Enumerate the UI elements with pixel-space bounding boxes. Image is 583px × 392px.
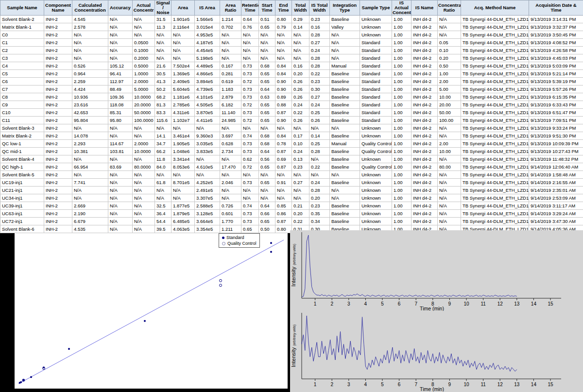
table-cell[interactable]: C5 xyxy=(0,70,44,78)
table-cell[interactable]: N/A xyxy=(241,124,259,132)
table-cell[interactable]: 2.190 xyxy=(72,210,108,218)
table-cell[interactable]: Unknown xyxy=(360,194,392,202)
table-cell[interactable]: TB Synergi 44-DLM_ETH_LZD1 xyxy=(461,23,529,31)
table-cell[interactable]: 0.68 xyxy=(259,140,275,148)
table-cell[interactable]: N/A xyxy=(108,179,133,187)
table-cell[interactable]: 1.00 xyxy=(392,163,412,171)
table-row[interactable]: Matrix Blank-1INH-22.578N/AN/A11.32.116e… xyxy=(0,23,583,31)
table-row[interactable]: C2INH-2N/AN/A0.1000N/AN/A4.454e5N/AN/AN/… xyxy=(0,47,583,54)
table-cell[interactable]: INH-2 xyxy=(44,117,72,124)
table-cell[interactable]: 1.770 xyxy=(220,218,241,225)
table-cell[interactable]: 0.91 xyxy=(275,179,292,187)
table-row[interactable]: QC high-1INH-266.95483.6980.000084.08.05… xyxy=(0,163,583,171)
table-cell[interactable]: 4.424 xyxy=(72,85,108,93)
table-cell[interactable]: 0.72 xyxy=(241,117,259,124)
table-cell[interactable]: 0.20 xyxy=(309,194,330,202)
table-cell[interactable]: 0.20 xyxy=(438,54,461,62)
table-cell[interactable]: 9/14/2019 2:53:09 AM xyxy=(529,194,583,202)
table-cell[interactable]: 0.28 xyxy=(309,187,330,194)
table-cell[interactable]: 54.4 xyxy=(155,218,171,225)
table-cell[interactable]: C3 xyxy=(0,54,44,62)
table-cell[interactable]: TB Synergi 44-DLM_ETH_LZD1 xyxy=(461,163,529,171)
table-cell[interactable]: TB Synergi 44-DLM_ETH_LZD1 xyxy=(461,155,529,163)
table-cell[interactable]: 0.27 xyxy=(309,93,330,101)
table-cell[interactable]: 6.679 xyxy=(72,218,108,225)
table-cell[interactable]: N/A xyxy=(438,194,461,202)
table-cell[interactable]: Standard xyxy=(360,39,392,47)
table-cell[interactable]: 14.1 xyxy=(155,132,171,140)
table-cell[interactable]: 0.65 xyxy=(259,101,275,109)
table-cell[interactable]: 0.14 xyxy=(292,23,309,31)
column-header[interactable]: Accuracy xyxy=(108,0,133,16)
table-cell[interactable]: N/A xyxy=(330,124,360,132)
table-cell[interactable]: N/A xyxy=(241,47,259,54)
table-cell[interactable]: 3.341e4 xyxy=(171,155,195,163)
column-header[interactable]: Sample Name xyxy=(0,0,44,16)
table-cell[interactable]: 1.00 xyxy=(392,54,412,62)
table-row[interactable]: UC39-inj1INH-22.669N/AN/A32.51.877e52.58… xyxy=(0,202,583,210)
table-cell[interactable]: Unknown xyxy=(360,16,392,23)
table-cell[interactable]: 0.1000 xyxy=(133,47,155,54)
table-cell[interactable]: 9/13/2019 5:57:26 PM xyxy=(529,85,583,93)
table-cell[interactable]: 2.046 xyxy=(220,179,241,187)
table-cell[interactable]: Unknown xyxy=(360,31,392,39)
table-cell[interactable]: UC63-inj1 xyxy=(0,210,44,218)
table-cell[interactable]: 0.23 xyxy=(292,163,309,171)
table-cell[interactable]: INH-2 xyxy=(44,62,72,70)
table-cell[interactable]: Baseline xyxy=(330,70,360,78)
table-cell[interactable]: 9/13/2019 5:21:14 PM xyxy=(529,70,583,78)
table-cell[interactable]: 0.726 xyxy=(220,202,241,210)
table-cell[interactable]: N/A xyxy=(438,171,461,179)
table-cell[interactable]: N/A xyxy=(171,171,195,179)
table-cell[interactable]: 8.053e6 xyxy=(171,163,195,171)
table-cell[interactable]: 9/14/2019 2:35:01 AM xyxy=(529,187,583,194)
table-cell[interactable]: N/A xyxy=(330,194,360,202)
table-cell[interactable]: 3.015e4 xyxy=(195,23,220,31)
table-cell[interactable]: 1.00 xyxy=(392,85,412,93)
table-cell[interactable]: TB Synergi 44-DLM_ETH_LZD1 xyxy=(461,218,529,225)
table-cell[interactable]: Solvent Blank-6 xyxy=(0,225,44,233)
table-cell[interactable]: INH-2 xyxy=(44,85,72,93)
table-cell[interactable]: Quality Control xyxy=(360,140,392,148)
table-cell[interactable]: INH d4-2 xyxy=(412,78,438,85)
table-cell[interactable]: INH d4-2 xyxy=(412,93,438,101)
table-cell[interactable]: N/A xyxy=(155,31,171,39)
table-cell[interactable]: N/A xyxy=(108,202,133,210)
table-cell[interactable]: N/A xyxy=(220,31,241,39)
table-cell[interactable]: 0.65 xyxy=(241,225,259,233)
table-cell[interactable]: 0.73 xyxy=(241,85,259,93)
table-cell[interactable]: 7.502e4 xyxy=(171,62,195,70)
table-cell[interactable]: N/A xyxy=(72,194,108,202)
table-cell[interactable]: N/A xyxy=(330,39,360,47)
table-cell[interactable]: TB Synergi 44-DLM_ETH_LZD1 xyxy=(461,210,529,218)
table-cell[interactable]: N/A xyxy=(133,155,155,163)
table-cell[interactable]: 85.31 xyxy=(108,109,133,117)
table-cell[interactable]: 0.628 xyxy=(220,140,241,148)
table-cell[interactable]: INH d4-2 xyxy=(412,85,438,93)
table-cell[interactable]: 0.65 xyxy=(259,70,275,78)
table-cell[interactable]: 0.87 xyxy=(275,163,292,171)
table-cell[interactable]: 0.24 xyxy=(309,101,330,109)
table-cell[interactable]: TB Synergi 44-DLM_ETH_LZD1 xyxy=(461,132,529,140)
table-cell[interactable]: 0.87 xyxy=(275,148,292,155)
table-cell[interactable]: 3.894e5 xyxy=(195,78,220,85)
table-row[interactable]: C8INH-210.936109.3610.000068.21.181e64.1… xyxy=(0,93,583,101)
table-cell[interactable]: Baseline xyxy=(330,210,360,218)
table-cell[interactable]: N/A xyxy=(241,171,259,179)
table-cell[interactable]: N/A xyxy=(438,202,461,210)
table-cell[interactable]: N/A xyxy=(259,31,275,39)
table-cell[interactable]: 3.870e5 xyxy=(195,109,220,117)
table-cell[interactable]: 0.66 xyxy=(259,210,275,218)
table-cell[interactable]: 11.3 xyxy=(155,23,171,31)
table-cell[interactable]: 118.08 xyxy=(108,101,133,109)
table-cell[interactable]: N/A xyxy=(108,132,133,140)
table-cell[interactable]: N/A xyxy=(220,187,241,194)
table-cell[interactable]: INH-2 xyxy=(44,70,72,78)
table-cell[interactable]: 9/13/2019 6:15:35 PM xyxy=(529,93,583,101)
table-cell[interactable]: N/A xyxy=(292,187,309,194)
table-cell[interactable]: Quality Control xyxy=(360,163,392,171)
table-cell[interactable]: N/A xyxy=(259,39,275,47)
table-cell[interactable]: 0.50 xyxy=(259,225,275,233)
table-cell[interactable]: INH d4-2 xyxy=(412,16,438,23)
table-cell[interactable]: 9/13/2019 11:48:32 PM xyxy=(529,155,583,163)
